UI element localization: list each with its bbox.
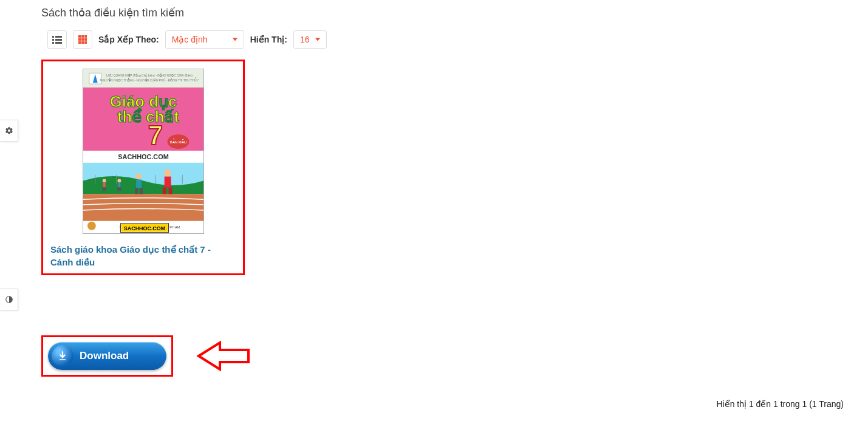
sort-select[interactable]: Mặc định <box>165 30 244 49</box>
svg-rect-14 <box>81 41 84 44</box>
svg-rect-39 <box>117 187 119 191</box>
download-button-label: Download <box>80 350 129 362</box>
svg-rect-44 <box>140 188 143 194</box>
book-cover-image: LƯU QUANG HIỆP (Tổng Chủ biên) - ĐẶNG NG… <box>83 69 204 234</box>
svg-rect-46 <box>164 177 171 188</box>
view-grid-button[interactable] <box>73 30 92 49</box>
svg-rect-43 <box>135 188 138 194</box>
settings-panel-toggle[interactable] <box>0 120 18 142</box>
show-select[interactable]: 16 <box>293 30 327 49</box>
svg-rect-42 <box>136 180 142 188</box>
chevron-down-icon <box>315 38 320 41</box>
arrow-left-annotation-icon <box>193 338 253 374</box>
svg-text:LƯU QUANG HIỆP (Tổng Chủ biên): LƯU QUANG HIỆP (Tổng Chủ biên) - ĐẶNG NG… <box>106 73 192 77</box>
svg-text:Giáo dục: Giáo dục <box>109 93 176 111</box>
svg-rect-40 <box>119 187 121 191</box>
list-icon <box>52 35 62 44</box>
view-list-button[interactable] <box>47 30 67 49</box>
gear-icon <box>5 126 13 135</box>
svg-rect-9 <box>84 35 87 38</box>
show-select-value: 16 <box>300 35 310 44</box>
svg-rect-8 <box>81 35 84 38</box>
svg-rect-4 <box>55 39 62 41</box>
product-card[interactable]: LƯU QUANG HIỆP (Tổng Chủ biên) - ĐẶNG NG… <box>41 60 245 275</box>
svg-rect-5 <box>52 42 54 44</box>
contrast-panel-toggle[interactable] <box>0 289 18 310</box>
sort-select-value: Mặc định <box>172 35 208 44</box>
contrast-icon <box>5 295 13 304</box>
svg-rect-11 <box>81 38 84 41</box>
page-title: Sách thỏa điều kiện tìm kiếm <box>41 6 844 19</box>
svg-text:7: 7 <box>148 121 162 150</box>
svg-rect-56 <box>60 359 66 360</box>
svg-point-33 <box>102 179 106 183</box>
show-label: Hiển Thị: <box>250 35 287 44</box>
svg-rect-36 <box>104 187 106 191</box>
svg-rect-13 <box>78 41 81 44</box>
svg-rect-3 <box>52 39 54 41</box>
svg-rect-6 <box>55 42 62 44</box>
product-cover: LƯU QUANG HIỆP (Tổng Chủ biên) - ĐẶNG NG… <box>50 69 236 236</box>
grid-icon <box>78 35 87 44</box>
svg-rect-12 <box>84 38 87 41</box>
download-button[interactable]: Download <box>48 342 166 370</box>
chevron-down-icon <box>233 38 238 41</box>
svg-point-45 <box>163 169 171 177</box>
svg-rect-2 <box>55 36 62 38</box>
svg-text:SACHHOC.COM: SACHHOC.COM <box>123 225 165 231</box>
svg-rect-38 <box>118 182 120 187</box>
download-arrow-icon <box>52 345 73 367</box>
sort-label: Sắp Xếp Theo: <box>98 35 159 44</box>
svg-rect-34 <box>103 182 105 187</box>
svg-rect-10 <box>78 38 81 41</box>
svg-rect-7 <box>78 35 81 38</box>
svg-rect-35 <box>102 187 104 191</box>
svg-rect-15 <box>84 41 87 44</box>
pagination-status: Hiển thị 1 đến 1 trong 1 (1 Trang) <box>716 399 844 409</box>
download-annotation-box: Download <box>41 335 173 377</box>
svg-point-41 <box>135 174 142 180</box>
svg-text:SACHHOC.COM: SACHHOC.COM <box>118 153 168 160</box>
svg-rect-1 <box>52 36 54 38</box>
svg-point-37 <box>117 179 121 183</box>
svg-point-51 <box>87 222 95 230</box>
listing-toolbar: Sắp Xếp Theo: Mặc định Hiển Thị: 16 <box>41 30 844 49</box>
product-title[interactable]: Sách giáo khoa Giáo dục thể chất 7 - Cán… <box>50 243 236 269</box>
